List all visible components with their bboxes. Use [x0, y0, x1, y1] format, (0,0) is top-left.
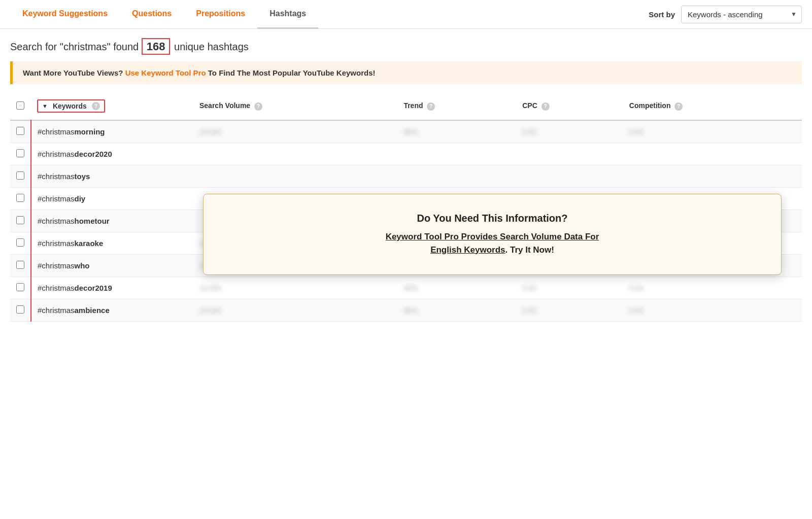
keywords-info-icon[interactable]: ? — [92, 102, 100, 110]
row-checkbox-cell — [10, 143, 31, 165]
cpc-cell — [516, 143, 623, 165]
keyword-suffix: who — [75, 261, 90, 270]
col-checkbox — [10, 92, 31, 120]
trend-cell: 90% — [397, 277, 516, 299]
search-volume-cell: 10,000 — [193, 120, 397, 143]
keyword-prefix: #christmas — [38, 284, 75, 292]
row-checkbox-cell — [10, 277, 31, 299]
keyword-suffix: karaoke — [75, 239, 104, 248]
popup-cta-link[interactable]: Keyword Tool Pro Provides Search Volume … — [386, 232, 599, 255]
row-checkbox[interactable] — [16, 305, 24, 314]
table-row: #christmasdecor2020 — [10, 143, 802, 165]
tab-hashtags[interactable]: Hashtags — [257, 0, 318, 29]
sort-select[interactable]: Keywords - ascending Keywords - descendi… — [681, 6, 802, 23]
sort-section: Sort by Keywords - ascending Keywords - … — [649, 6, 802, 23]
promo-cta-link[interactable]: Use Keyword Tool Pro — [125, 68, 206, 77]
table-row: #christmastoys — [10, 165, 802, 188]
keyword-prefix: #christmas — [38, 150, 75, 158]
keyword-cell: #christmasdiy — [31, 188, 193, 210]
search-volume-label: Search Volume — [199, 101, 250, 110]
promo-text-after: To Find The Most Popular YouTube Keyword… — [206, 68, 376, 77]
keyword-cell: #christmashometour — [31, 210, 193, 232]
select-all-checkbox[interactable] — [16, 101, 24, 110]
keyword-prefix: #christmas — [38, 239, 75, 248]
keyword-cell: #christmasambience — [31, 299, 193, 322]
result-count: Search for "christmas" found 168 unique … — [0, 29, 812, 61]
row-checkbox[interactable] — [16, 261, 24, 269]
keyword-col-header-box: ▼ Keywords ? — [37, 99, 105, 113]
row-checkbox-cell — [10, 210, 31, 232]
col-competition: Competition ? — [623, 92, 802, 120]
table-row: #christmasambience10,00090%0.000.00 — [10, 299, 802, 322]
keywords-col-label: Keywords — [53, 102, 87, 110]
keyword-prefix: #christmas — [38, 261, 75, 270]
row-checkbox[interactable] — [16, 149, 24, 157]
competition-cell — [623, 143, 802, 165]
col-trend: Trend ? — [397, 92, 516, 120]
keyword-cell: #christmastoys — [31, 165, 193, 188]
trend-cell — [397, 143, 516, 165]
cpc-cell: 0.00 — [516, 299, 623, 322]
row-checkbox-cell — [10, 188, 31, 210]
trend-cell — [397, 165, 516, 188]
row-checkbox-cell — [10, 299, 31, 322]
table-row: #christmasmorning10,00090%0.000.00 — [10, 120, 802, 143]
col-keywords: ▼ Keywords ? — [31, 92, 193, 120]
col-cpc: CPC ? — [516, 92, 623, 120]
keyword-suffix: decor2020 — [75, 150, 112, 158]
row-checkbox[interactable] — [16, 216, 24, 224]
row-checkbox-cell — [10, 232, 31, 255]
trend-cell: 90% — [397, 299, 516, 322]
keyword-suffix: hometour — [75, 217, 110, 225]
top-nav: Keyword Suggestions Questions Prepositio… — [0, 0, 812, 29]
cpc-cell: 0.00 — [516, 120, 623, 143]
keyword-suffix: toys — [75, 172, 90, 181]
keyword-suffix: ambience — [75, 306, 110, 315]
keyword-cell: #christmaswho — [31, 255, 193, 277]
keyword-cell: #christmasmorning — [31, 120, 193, 143]
search-volume-cell: 10,000 — [193, 277, 397, 299]
row-checkbox[interactable] — [16, 171, 24, 180]
search-volume-cell — [193, 165, 397, 188]
search-volume-cell — [193, 143, 397, 165]
col-search-volume: Search Volume ? — [193, 92, 397, 120]
competition-info-icon[interactable]: ? — [674, 102, 683, 111]
competition-cell: 0.00 — [623, 277, 802, 299]
keyword-cell: #christmaskaraoke — [31, 232, 193, 255]
popup-body: Keyword Tool Pro Provides Search Volume … — [228, 230, 757, 256]
result-prefix: Search for "christmas" found — [10, 41, 142, 52]
cpc-info-icon[interactable]: ? — [542, 102, 550, 111]
sort-arrow-icon: ▼ — [42, 103, 48, 109]
trend-info-icon[interactable]: ? — [427, 102, 435, 111]
row-checkbox[interactable] — [16, 194, 24, 202]
popup-body-suffix: . Try It Now! — [505, 245, 554, 255]
row-checkbox-cell — [10, 120, 31, 143]
row-checkbox[interactable] — [16, 283, 24, 291]
tab-keyword-suggestions[interactable]: Keyword Suggestions — [10, 0, 120, 29]
keyword-cell: #christmasdecor2020 — [31, 143, 193, 165]
tab-prepositions[interactable]: Prepositions — [184, 0, 257, 29]
promo-text-before: Want More YouTube Views? — [23, 68, 125, 77]
row-checkbox-cell — [10, 165, 31, 188]
keyword-prefix: #christmas — [38, 172, 75, 181]
result-suffix: unique hashtags — [171, 41, 248, 52]
cpc-cell — [516, 165, 623, 188]
search-volume-info-icon[interactable]: ? — [254, 102, 262, 111]
popup-title: Do You Need This Information? — [228, 213, 757, 224]
row-checkbox-cell — [10, 255, 31, 277]
sort-select-wrapper: Keywords - ascending Keywords - descendi… — [681, 6, 802, 23]
keyword-prefix: #christmas — [38, 217, 75, 225]
keyword-suffix: diy — [75, 194, 86, 203]
cpc-label: CPC — [522, 101, 537, 110]
competition-label: Competition — [629, 101, 671, 110]
row-checkbox[interactable] — [16, 238, 24, 247]
trend-label: Trend — [403, 101, 423, 110]
keyword-prefix: #christmas — [38, 306, 75, 315]
tab-questions[interactable]: Questions — [120, 0, 184, 29]
competition-cell: 0.00 — [623, 120, 802, 143]
popup-overlay: Do You Need This Information? Keyword To… — [203, 194, 782, 275]
row-checkbox[interactable] — [16, 127, 24, 135]
result-count-number: 168 — [142, 38, 171, 55]
keyword-cell: #christmasdecor2019 — [31, 277, 193, 299]
table-wrapper: ▼ Keywords ? Search Volume ? Trend ? CPC… — [10, 92, 802, 322]
